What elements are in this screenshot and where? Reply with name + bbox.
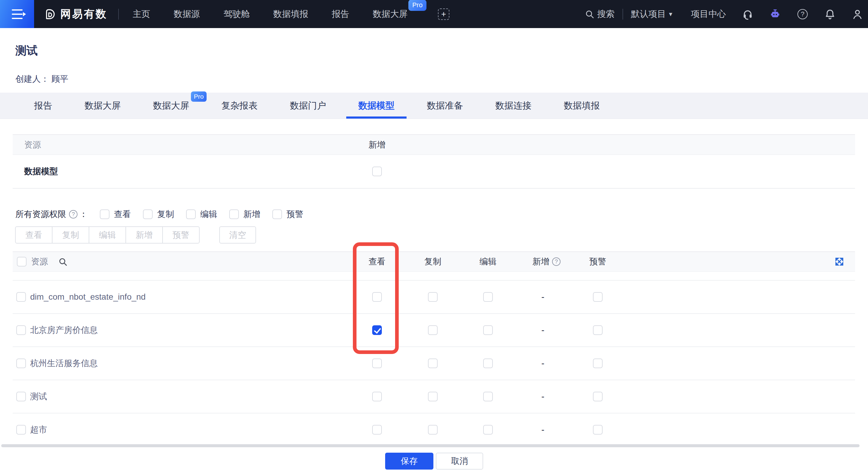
bulk-edit-button[interactable]: 编辑 — [89, 226, 126, 243]
copy-checkbox[interactable] — [428, 358, 438, 368]
brand-logo[interactable]: 网易有数 — [44, 7, 107, 21]
add-checkbox[interactable] — [372, 167, 382, 176]
ai-robot-icon[interactable] — [769, 8, 781, 20]
column-add: 新增 ? — [533, 256, 561, 267]
bulk-copy-button[interactable]: 复制 — [52, 226, 89, 243]
perm-option-warn: 预警 — [272, 209, 303, 220]
row-select-checkbox[interactable] — [16, 392, 26, 402]
copy-checkbox[interactable] — [428, 425, 438, 435]
resource-name: 超市 — [30, 424, 47, 436]
project-center-link[interactable]: 项目中心 — [691, 8, 726, 20]
nav-menu: 主页 数据源 驾驶舱 数据填报 报告 数据大屏 Pro + — [133, 8, 450, 20]
collapse-menu-button[interactable] — [0, 0, 34, 28]
copy-checkbox[interactable] — [428, 325, 438, 335]
add-not-applicable: - — [541, 325, 545, 335]
nav-item-datasource[interactable]: 数据源 — [174, 8, 200, 20]
resource-name: 杭州生活服务信息 — [30, 358, 98, 369]
view-checkbox[interactable] — [372, 325, 382, 335]
table-row: dim_com_nbot_estate_info_nd - — [13, 281, 855, 314]
view-checkbox[interactable] — [372, 392, 382, 402]
row-select-checkbox[interactable] — [16, 292, 26, 302]
view-checkbox[interactable] — [372, 292, 382, 302]
bulk-view-button[interactable]: 查看 — [15, 226, 53, 243]
tab-report[interactable]: 报告 — [22, 93, 64, 119]
resource-name: 北京房产房价信息 — [30, 324, 98, 336]
nav-divider — [118, 9, 119, 20]
warn-checkbox[interactable] — [593, 425, 602, 435]
resource-type-table-header: 资源 新增 — [13, 134, 855, 155]
column-edit: 编辑 — [479, 256, 496, 267]
add-not-applicable: - — [541, 358, 545, 368]
help-icon[interactable]: ? — [69, 210, 78, 218]
nav-item-report[interactable]: 报告 — [332, 8, 349, 20]
nav-divider — [622, 9, 623, 20]
tab-bigscreen[interactable]: 数据大屏 — [72, 93, 133, 119]
project-selector[interactable]: 默认项目 ▾ — [631, 8, 672, 20]
add-module-icon[interactable]: + — [438, 8, 450, 20]
search-icon — [585, 9, 594, 19]
tab-complex-report[interactable]: 复杂报表 — [209, 93, 270, 119]
warn-checkbox[interactable] — [593, 292, 602, 302]
chevron-down-icon: ▾ — [669, 10, 672, 18]
perm-option-edit: 编辑 — [186, 209, 217, 220]
edit-checkbox[interactable] — [483, 358, 493, 368]
tab-data-fill[interactable]: 数据填报 — [552, 93, 612, 119]
warn-checkbox[interactable] — [593, 358, 602, 368]
table-search-icon[interactable] — [58, 257, 67, 266]
copy-checkbox[interactable] — [428, 292, 438, 302]
tab-data-portal[interactable]: 数据门户 — [278, 93, 338, 119]
help-icon[interactable]: ? — [552, 258, 561, 266]
save-button[interactable]: 保存 — [385, 453, 433, 470]
search-label: 搜索 — [597, 8, 615, 20]
support-headset-icon[interactable] — [742, 8, 753, 20]
edit-checkbox[interactable] — [483, 392, 493, 402]
pro-badge: Pro — [408, 0, 427, 11]
page-title: 测试 — [16, 43, 38, 58]
nav-item-dashboard[interactable]: 驾驶舱 — [223, 8, 250, 20]
cancel-button[interactable]: 取消 — [436, 453, 483, 470]
global-search[interactable]: 搜索 — [585, 8, 615, 20]
edit-checkbox[interactable] — [186, 209, 196, 219]
clear-button[interactable]: 清空 — [219, 226, 256, 243]
nav-item-bigscreen[interactable]: 数据大屏 Pro — [373, 8, 408, 20]
table-row: 测试 - — [13, 380, 855, 413]
table-row: 杭州生活服务信息 - — [13, 347, 855, 380]
view-checkbox[interactable] — [100, 209, 110, 219]
bulk-add-button[interactable]: 新增 — [125, 226, 163, 243]
copy-checkbox[interactable] — [143, 209, 153, 219]
add-not-applicable: - — [541, 391, 545, 402]
tab-data-prep[interactable]: 数据准备 — [415, 93, 475, 119]
tab-bigscreen-pro[interactable]: 数据大屏 Pro — [141, 93, 201, 119]
perm-option-add: 新增 — [229, 209, 260, 220]
nav-item-datafill[interactable]: 数据填报 — [273, 8, 308, 20]
view-checkbox[interactable] — [372, 358, 382, 368]
nav-item-home[interactable]: 主页 — [133, 8, 150, 20]
row-select-checkbox[interactable] — [16, 358, 26, 368]
horizontal-scrollbar[interactable] — [1, 444, 860, 447]
column-warn: 预警 — [589, 256, 606, 267]
edit-checkbox[interactable] — [483, 425, 493, 435]
table-row: 超市 - — [13, 413, 855, 447]
notifications-bell-icon[interactable] — [824, 8, 836, 20]
creator-name: 顾平 — [52, 74, 68, 84]
copy-checkbox[interactable] — [428, 392, 438, 402]
add-checkbox[interactable] — [229, 209, 239, 219]
warn-checkbox[interactable] — [593, 325, 602, 335]
column-view: 查看 — [369, 256, 385, 267]
table-row: 北京房产房价信息 - — [13, 314, 855, 347]
expand-fullscreen-icon[interactable] — [834, 257, 844, 267]
tab-data-connect[interactable]: 数据连接 — [483, 93, 544, 119]
select-all-checkbox[interactable] — [17, 257, 27, 266]
hamburger-arrow-icon — [12, 9, 23, 19]
edit-checkbox[interactable] — [483, 325, 493, 335]
warn-checkbox[interactable] — [272, 209, 282, 219]
tab-data-model[interactable]: 数据模型 — [346, 93, 407, 119]
user-icon[interactable] — [852, 8, 863, 20]
edit-checkbox[interactable] — [483, 292, 493, 302]
row-select-checkbox[interactable] — [16, 325, 26, 335]
help-icon[interactable]: ? — [797, 8, 808, 20]
row-select-checkbox[interactable] — [16, 425, 26, 435]
warn-checkbox[interactable] — [593, 392, 602, 402]
bulk-warn-button[interactable]: 预警 — [162, 226, 200, 243]
view-checkbox[interactable] — [372, 425, 382, 435]
